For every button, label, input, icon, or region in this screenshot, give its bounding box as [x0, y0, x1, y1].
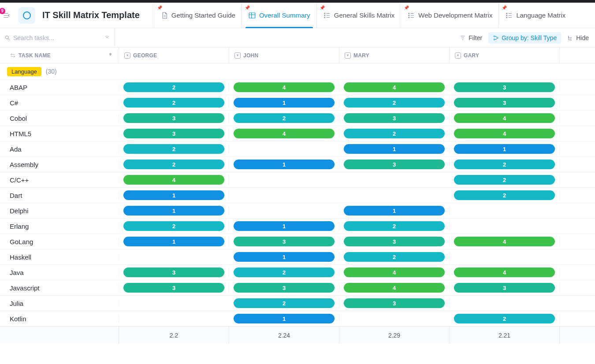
skill-cell[interactable]: 1	[229, 160, 339, 169]
skill-cell[interactable]: 3	[450, 283, 560, 293]
skill-cell[interactable]: 2	[229, 267, 339, 277]
filter-button[interactable]: Filter	[455, 32, 487, 44]
table-row[interactable]: Delphi11	[0, 203, 595, 218]
table-row[interactable]: GoLang1334	[0, 234, 595, 249]
table-row[interactable]: Cobol3234	[0, 110, 595, 126]
skill-cell[interactable]: 1	[119, 190, 229, 200]
task-cell[interactable]: Java	[0, 269, 119, 276]
column-george[interactable]: ▾ GEORGE	[119, 48, 229, 63]
skill-cell[interactable]: 2	[339, 98, 450, 108]
task-cell[interactable]: Cobol	[0, 115, 119, 122]
table-row[interactable]: Haskell12	[0, 249, 595, 264]
skill-cell[interactable]: 2	[119, 98, 229, 108]
hide-button[interactable]: Hide	[563, 32, 593, 44]
skill-cell[interactable]: 1	[450, 144, 560, 154]
skill-cell[interactable]: 4	[450, 267, 560, 277]
chevron-down-icon[interactable]	[104, 34, 110, 41]
tab-overall-summary[interactable]: 📌 Overall Summary	[242, 3, 316, 28]
skill-cell[interactable]: 3	[119, 113, 229, 123]
skill-cell[interactable]: 4	[450, 129, 560, 138]
table-row[interactable]: Julia23	[0, 295, 595, 311]
skill-cell[interactable]: 1	[229, 98, 339, 108]
task-cell[interactable]: Dart	[0, 192, 119, 199]
skill-cell[interactable]: 3	[119, 267, 229, 277]
skill-cell[interactable]: 1	[119, 237, 229, 246]
task-cell[interactable]: ABAP	[0, 84, 119, 91]
skill-cell[interactable]: 4	[119, 175, 229, 185]
skill-cell[interactable]: 2	[119, 160, 229, 169]
skill-cell[interactable]: 2	[339, 221, 450, 231]
skill-cell[interactable]: 1	[339, 144, 450, 154]
space-icon[interactable]	[19, 7, 35, 24]
skill-cell[interactable]: 4	[450, 237, 560, 246]
skill-cell[interactable]: 3	[339, 237, 450, 246]
table-row[interactable]: Ada211	[0, 141, 595, 156]
pin-icon[interactable]	[108, 52, 113, 59]
table-row[interactable]: ABAP2443	[0, 79, 595, 95]
skill-cell[interactable]: 2	[119, 144, 229, 154]
skill-cell[interactable]: 2	[119, 82, 229, 92]
skill-cell[interactable]: 1	[229, 221, 339, 231]
task-cell[interactable]: HTML5	[0, 130, 119, 137]
skill-cell[interactable]: 3	[339, 298, 450, 308]
task-cell[interactable]: Ada	[0, 145, 119, 153]
skill-cell[interactable]: 2	[450, 175, 560, 185]
skill-cell[interactable]: 3	[450, 82, 560, 92]
skill-cell[interactable]: 4	[339, 283, 450, 293]
tab-web-dev[interactable]: 📌 Web Development Matrix	[401, 3, 498, 28]
column-john[interactable]: ▾ JOHN	[229, 48, 339, 63]
table-row[interactable]: Kotlin12	[0, 311, 595, 326]
skill-cell[interactable]: 4	[229, 82, 339, 92]
skill-cell[interactable]: 4	[229, 129, 339, 138]
groupby-button[interactable]: Group by: Skill Type	[488, 32, 561, 44]
table-row[interactable]: HTML53424	[0, 126, 595, 141]
skill-cell[interactable]: 2	[229, 298, 339, 308]
table-row[interactable]: C#2123	[0, 95, 595, 110]
table-row[interactable]: Dart12	[0, 187, 595, 203]
tab-language[interactable]: 📌 Language Matrix	[498, 3, 572, 28]
column-gary[interactable]: ▾ GARY	[450, 48, 560, 63]
skill-cell[interactable]: 2	[450, 160, 560, 169]
column-mary[interactable]: ▾ MARY	[339, 48, 450, 63]
sidebar-toggle[interactable]: 9	[2, 11, 11, 20]
skill-cell[interactable]: 3	[339, 160, 450, 169]
task-cell[interactable]: Assembly	[0, 161, 119, 168]
table-row[interactable]: C/C++42	[0, 172, 595, 187]
task-cell[interactable]: Julia	[0, 300, 119, 307]
skill-cell[interactable]: 2	[339, 252, 450, 262]
tab-getting-started[interactable]: 📌 Getting Started Guide	[154, 3, 242, 28]
task-cell[interactable]: C/C++	[0, 176, 119, 184]
skill-cell[interactable]: 1	[339, 206, 450, 215]
skill-cell[interactable]: 2	[119, 221, 229, 231]
skill-cell[interactable]: 3	[339, 113, 450, 123]
skill-cell[interactable]: 4	[339, 82, 450, 92]
task-cell[interactable]: Erlang	[0, 223, 119, 230]
skill-cell[interactable]: 3	[119, 129, 229, 138]
skill-cell[interactable]: 1	[229, 252, 339, 262]
skill-cell[interactable]: 2	[450, 190, 560, 200]
task-cell[interactable]: Kotlin	[0, 315, 119, 323]
skill-cell[interactable]: 2	[339, 129, 450, 138]
task-cell[interactable]: Javascript	[0, 284, 119, 292]
task-cell[interactable]: C#	[0, 99, 119, 107]
skill-cell[interactable]: 1	[119, 206, 229, 215]
skill-cell[interactable]: 4	[339, 267, 450, 277]
skill-cell[interactable]: 3	[119, 283, 229, 293]
table-row[interactable]: Javascript3343	[0, 280, 595, 295]
task-cell[interactable]: Delphi	[0, 207, 119, 215]
group-header[interactable]: Language (30)	[0, 63, 595, 79]
skill-cell[interactable]: 2	[229, 113, 339, 123]
skill-cell[interactable]: 1	[229, 314, 339, 323]
table-row[interactable]: Erlang212	[0, 218, 595, 234]
task-cell[interactable]: GoLang	[0, 238, 119, 245]
column-task-name[interactable]: TASK NAME	[0, 48, 119, 63]
skill-cell[interactable]: 3	[229, 283, 339, 293]
task-cell[interactable]: Haskell	[0, 253, 119, 261]
skill-cell[interactable]: 3	[450, 98, 560, 108]
tab-general-skills[interactable]: 📌 General Skills Matrix	[316, 3, 401, 28]
skill-cell[interactable]: 2	[450, 314, 560, 323]
skill-cell[interactable]: 4	[450, 113, 560, 123]
skill-cell[interactable]: 3	[229, 237, 339, 246]
table-row[interactable]: Assembly2132	[0, 156, 595, 172]
table-row[interactable]: Java3244	[0, 264, 595, 280]
